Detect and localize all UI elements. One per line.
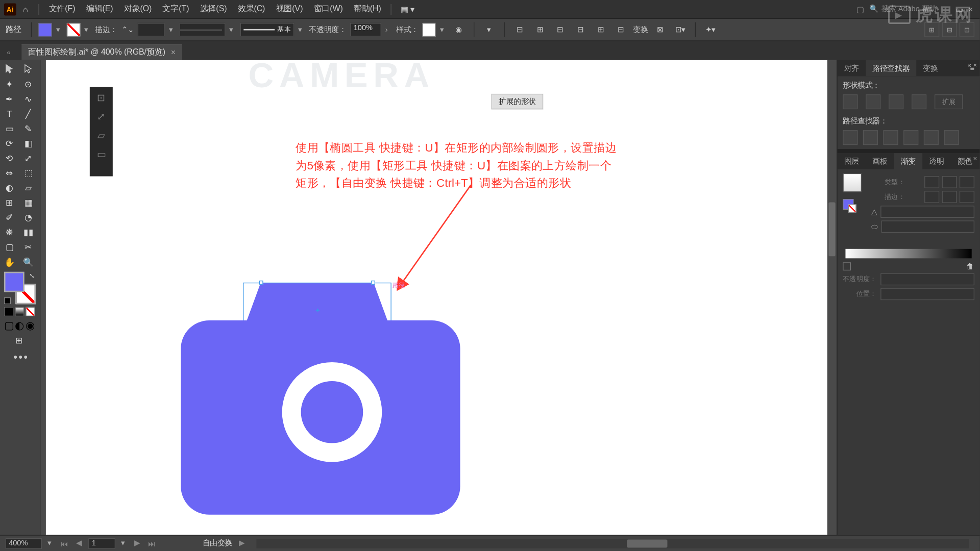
artboard-tool[interactable]: ▢ bbox=[0, 239, 19, 254]
symbol-sprayer-tool[interactable]: ❋ bbox=[0, 224, 19, 239]
gradient-angle-field[interactable] bbox=[880, 206, 974, 218]
stroke-color-swatch[interactable] bbox=[67, 23, 80, 36]
rotate-tool[interactable]: ⟲ bbox=[0, 151, 19, 165]
exclude-icon[interactable] bbox=[912, 94, 926, 109]
panel-collapse-icon[interactable]: « × bbox=[968, 155, 977, 162]
stroke-grad-3-icon[interactable] bbox=[960, 191, 974, 203]
toolbar-more-icon[interactable]: ••• bbox=[0, 347, 29, 364]
next-artboard-icon[interactable]: ▶ bbox=[133, 539, 141, 547]
unite-icon[interactable] bbox=[843, 94, 857, 109]
color-mode-solid[interactable] bbox=[4, 307, 14, 317]
stroke-weight-field[interactable] bbox=[138, 23, 165, 36]
zoom-dropdown[interactable]: ▾ bbox=[47, 539, 54, 547]
align-right-icon[interactable]: ⊟ bbox=[552, 21, 568, 38]
tab-pathfinder[interactable]: 路径查找器 bbox=[866, 60, 916, 77]
outline-icon[interactable] bbox=[924, 130, 939, 145]
prev-artboard-icon[interactable]: ◀ bbox=[75, 539, 83, 547]
magic-wand-tool[interactable]: ✦ bbox=[0, 76, 19, 91]
stroke-grad-1-icon[interactable] bbox=[924, 191, 939, 203]
gradient-opacity-field[interactable] bbox=[880, 273, 974, 285]
free-transform-tool[interactable]: ⬚ bbox=[19, 165, 38, 180]
variable-width-dropdown[interactable]: ▾ bbox=[229, 26, 236, 34]
align-top-icon[interactable]: ⊟ bbox=[572, 21, 589, 38]
minus-back-icon[interactable] bbox=[944, 130, 959, 145]
free-distort-icon[interactable]: ▭ bbox=[94, 148, 108, 161]
tab-artboards[interactable]: 画板 bbox=[866, 153, 894, 169]
document-tab[interactable]: 面性图标绘制.ai* @ 400% (RGB/预览) × bbox=[21, 44, 182, 60]
variable-width-field[interactable] bbox=[180, 23, 226, 36]
artboard[interactable]: CAMERA ⊡ ⤢ ▱ ▭ 扩展的形状 使用【椭圆工具 快捷键：U】在矩形的内… bbox=[46, 60, 829, 535]
blend-tool[interactable]: ◔ bbox=[19, 210, 38, 224]
menu-object[interactable]: 对象(O) bbox=[118, 4, 157, 15]
slice-tool[interactable]: ✂ bbox=[19, 239, 38, 254]
pen-tool[interactable]: ✒ bbox=[0, 91, 19, 106]
camera-lens-inner[interactable] bbox=[301, 381, 363, 443]
rectangle-tool[interactable]: ▭ bbox=[0, 121, 19, 136]
stroke-dropdown[interactable]: ▾ bbox=[84, 26, 91, 34]
select-similar-icon[interactable]: ✦▾ bbox=[702, 21, 719, 38]
tab-transform[interactable]: 变换 bbox=[916, 60, 945, 77]
transform-label[interactable]: 变换 bbox=[633, 24, 648, 35]
stroke-weight-dropdown[interactable]: ▾ bbox=[169, 26, 176, 34]
doc-arrange-icon[interactable]: ▢ bbox=[856, 5, 864, 14]
scrollbar-thumb[interactable] bbox=[627, 539, 667, 547]
panel-collapse-icon[interactable]: « × bbox=[968, 61, 977, 69]
scale-tool[interactable]: ⤢ bbox=[19, 151, 38, 165]
fill-indicator[interactable] bbox=[4, 272, 24, 292]
perspective-distort-icon[interactable]: ▱ bbox=[94, 129, 108, 142]
gradient-tool[interactable]: ▦ bbox=[19, 195, 38, 210]
shape-mode-icon[interactable]: ⊡▾ bbox=[672, 21, 689, 38]
layout-dropdown[interactable]: ▦ ▾ bbox=[396, 5, 420, 14]
fill-stroke-indicator[interactable]: ⤡ bbox=[4, 272, 36, 304]
tab-close-icon[interactable]: × bbox=[171, 47, 176, 57]
eyedropper-gradient-icon[interactable] bbox=[843, 262, 851, 270]
constrain-icon[interactable]: ⊡ bbox=[94, 91, 108, 104]
first-artboard-icon[interactable]: ⏮ bbox=[59, 539, 69, 547]
align-toggle-icon[interactable]: ▾ bbox=[481, 21, 498, 38]
align-hcenter-icon[interactable]: ⊞ bbox=[532, 21, 548, 38]
workspace-grid-3[interactable]: ⊡ bbox=[960, 22, 974, 37]
mesh-tool[interactable]: ⊞ bbox=[0, 195, 19, 210]
intersect-icon[interactable] bbox=[889, 94, 903, 109]
selection-tool[interactable] bbox=[0, 61, 19, 76]
curvature-tool[interactable]: ∿ bbox=[19, 91, 38, 106]
graphic-style-swatch[interactable] bbox=[423, 23, 436, 36]
shape-builder-tool[interactable]: ◐ bbox=[0, 180, 19, 195]
last-artboard-icon[interactable]: ⏭ bbox=[146, 539, 157, 547]
gradient-stroke-indicator[interactable] bbox=[848, 205, 856, 213]
tab-layers[interactable]: 图层 bbox=[838, 153, 866, 169]
align-left-icon[interactable]: ⊟ bbox=[511, 21, 528, 38]
opacity-dropdown[interactable]: › bbox=[385, 26, 392, 34]
menu-edit[interactable]: 编辑(E) bbox=[81, 4, 118, 15]
gradient-aspect-field[interactable] bbox=[881, 220, 974, 233]
default-fill-stroke-icon[interactable] bbox=[4, 297, 11, 304]
menu-window[interactable]: 窗口(W) bbox=[308, 4, 348, 15]
align-vcenter-icon[interactable]: ⊞ bbox=[593, 21, 609, 38]
canvas-viewport[interactable]: CAMERA ⊡ ⤢ ▱ ▭ 扩展的形状 使用【椭圆工具 快捷键：U】在矩形的内… bbox=[40, 60, 837, 535]
linear-gradient-icon[interactable] bbox=[924, 176, 939, 188]
maximize-button[interactable]: ▭ bbox=[955, 5, 963, 14]
gradient-position-field[interactable] bbox=[880, 288, 974, 300]
artboard-dropdown[interactable]: ▾ bbox=[121, 539, 128, 547]
color-mode-none[interactable] bbox=[26, 307, 35, 317]
menu-view[interactable]: 视图(V) bbox=[271, 4, 308, 15]
divide-icon[interactable] bbox=[843, 130, 857, 145]
edit-toolbar-icon[interactable]: ⊞ bbox=[0, 333, 38, 347]
tab-gradient[interactable]: 渐变 bbox=[894, 153, 923, 169]
fill-color-swatch[interactable] bbox=[38, 23, 52, 36]
shaper-tool[interactable]: ⟳ bbox=[0, 136, 19, 151]
search-box[interactable]: 🔍 搜索 Adobe 帮助 bbox=[869, 4, 937, 14]
expand-shape-button[interactable]: 扩展的形状 bbox=[491, 94, 543, 109]
minimize-button[interactable]: — bbox=[942, 5, 950, 14]
color-mode-gradient[interactable] bbox=[15, 307, 24, 317]
isolate-icon[interactable]: ⊠ bbox=[652, 21, 668, 38]
workspace-grid-1[interactable]: ⊞ bbox=[924, 22, 939, 37]
gradient-slider[interactable] bbox=[845, 249, 971, 259]
eraser-tool[interactable]: ◧ bbox=[19, 136, 38, 151]
crop-icon[interactable] bbox=[903, 130, 918, 145]
brush-dropdown[interactable]: ▾ bbox=[298, 26, 305, 34]
brush-definition-field[interactable]: 基本 bbox=[240, 23, 295, 36]
minus-front-icon[interactable] bbox=[866, 94, 880, 109]
fill-dropdown[interactable]: ▾ bbox=[56, 26, 63, 34]
recolor-icon[interactable]: ◉ bbox=[451, 21, 467, 38]
